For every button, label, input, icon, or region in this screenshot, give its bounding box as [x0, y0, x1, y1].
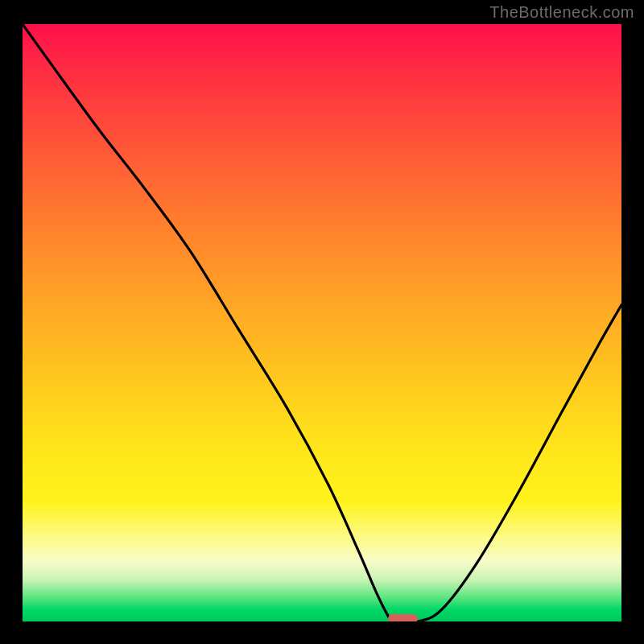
- plot-area: [23, 24, 621, 621]
- chart-frame: TheBottleneck.com: [0, 0, 644, 644]
- watermark-text: TheBottleneck.com: [489, 3, 634, 22]
- bottleneck-curve: [23, 24, 621, 621]
- optimal-marker: [388, 614, 418, 621]
